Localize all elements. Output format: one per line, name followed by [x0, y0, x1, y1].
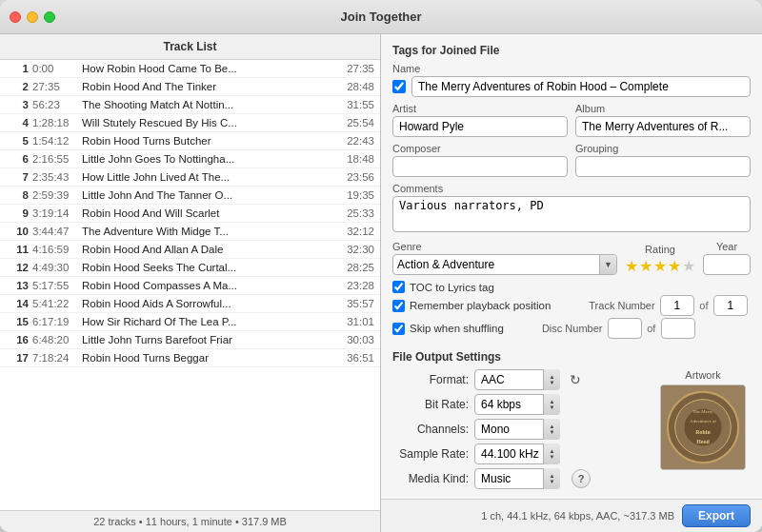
refresh-button[interactable]: ↻ — [570, 372, 581, 387]
main-window: Join Together Track List 1 0:00 How Robi… — [0, 0, 762, 532]
genre-select[interactable]: Action & Adventure — [393, 258, 616, 271]
of-label-1: of — [699, 300, 708, 311]
track-row[interactable]: 17 7:18:24 Robin Hood Turns Beggar 36:51 — [0, 349, 380, 367]
skip-checkbox[interactable] — [392, 323, 405, 335]
track-name: Robin Hood Aids A Sorrowful... — [82, 298, 332, 309]
disc-number-input[interactable] — [608, 318, 642, 339]
maximize-button[interactable] — [44, 11, 55, 23]
output-status: 1 ch, 44.1 kHz, 64 kbps, AAC, ~317.3 MB — [481, 510, 674, 522]
remember-checkbox[interactable] — [392, 300, 405, 312]
track-row[interactable]: 12 4:49:30 Robin Hood Seeks The Curtal..… — [0, 259, 380, 277]
track-row[interactable]: 9 3:19:14 Robin Hood And Will Scarlet 25… — [0, 205, 380, 223]
track-row[interactable]: 4 1:28:18 Will Stutely Rescued By His C.… — [0, 114, 380, 132]
track-row[interactable]: 14 5:41:22 Robin Hood Aids A Sorrowful..… — [0, 295, 380, 313]
track-number: 1 — [6, 63, 32, 74]
channels-select[interactable]: Mono — [474, 419, 560, 440]
grouping-input[interactable] — [575, 156, 751, 177]
track-duration: 31:55 — [332, 99, 374, 110]
bitrate-label: Bit Rate: — [392, 398, 469, 411]
track-row[interactable]: 3 56:23 The Shooting Match At Nottin... … — [0, 96, 380, 114]
artist-input[interactable] — [392, 116, 568, 137]
genre-dropdown[interactable]: Action & Adventure ▼ — [392, 254, 617, 275]
year-input[interactable] — [703, 254, 751, 275]
track-duration: 35:57 — [332, 298, 374, 309]
track-name: Robin Hood And Allan A Dale — [82, 244, 332, 255]
track-name: How Robin Hood Came To Be... — [82, 63, 332, 74]
track-of-input[interactable] — [713, 295, 748, 316]
track-list[interactable]: 1 0:00 How Robin Hood Came To Be... 27:3… — [0, 60, 380, 510]
tags-section-header: Tags for Joined File — [392, 44, 751, 57]
genre-field: Genre Action & Adventure ▼ — [392, 241, 617, 275]
track-row[interactable]: 15 6:17:19 How Sir Richard Of The Lea P.… — [0, 313, 380, 331]
track-name: Robin Hood Seeks The Curtal... — [82, 262, 332, 273]
star-3[interactable]: ★ — [653, 257, 667, 275]
name-input[interactable] — [411, 76, 751, 97]
track-name: Robin Hood Turns Butcher — [82, 135, 332, 147]
track-time: 2:16:55 — [32, 153, 82, 165]
bitrate-select[interactable]: 64 kbps — [474, 394, 560, 415]
star-4[interactable]: ★ — [668, 257, 681, 275]
rating-stars[interactable]: ★ ★ ★ ★ ★ — [625, 257, 695, 275]
close-button[interactable] — [10, 11, 21, 23]
disc-number-label: Disc Number — [542, 323, 603, 334]
remember-label: Remember playback position — [410, 300, 551, 311]
composer-input[interactable] — [392, 156, 568, 177]
track-time: 4:16:59 — [32, 244, 82, 255]
track-list-header: Track List — [0, 34, 380, 60]
artwork-box[interactable]: The Merry Adventures of Robin Hood — [660, 384, 746, 470]
track-number: 8 — [6, 189, 32, 201]
comments-field: Comments Various narrators, PD — [392, 183, 751, 235]
track-duration: 31:01 — [332, 316, 374, 327]
minimize-button[interactable] — [27, 11, 38, 23]
svg-text:Adventures of: Adventures of — [690, 419, 716, 424]
svg-text:The Merry: The Merry — [693, 409, 714, 414]
track-number: 13 — [6, 280, 32, 291]
track-row[interactable]: 16 6:48:20 Little John Turns Barefoot Fr… — [0, 331, 380, 349]
samplerate-select[interactable]: 44.100 kHz — [474, 443, 560, 464]
track-row[interactable]: 7 2:35:43 How Little John Lived At The..… — [0, 168, 380, 187]
track-row[interactable]: 5 1:54:12 Robin Hood Turns Butcher 22:43 — [0, 132, 380, 150]
track-duration: 25:33 — [332, 207, 374, 219]
track-panel: Track List 1 0:00 How Robin Hood Came To… — [0, 34, 381, 532]
track-number: 11 — [6, 244, 32, 255]
bitrate-row: Bit Rate: 64 kbps ▲ ▼ — [392, 394, 646, 415]
track-row[interactable]: 11 4:16:59 Robin Hood And Allan A Dale 3… — [0, 241, 380, 259]
disc-inline: Disc Number of — [542, 318, 695, 339]
name-checkbox[interactable] — [392, 80, 406, 93]
track-number: 5 — [6, 135, 32, 147]
track-name: The Adventure With Midge T... — [82, 226, 332, 237]
track-number: 10 — [6, 226, 32, 237]
comments-label: Comments — [392, 183, 751, 194]
titlebar: Join Together — [0, 0, 762, 34]
name-checkbox-wrap — [392, 80, 406, 93]
options-checkboxes: TOC to Lyrics tag Remember playback posi… — [392, 281, 751, 339]
help-button[interactable]: ? — [572, 469, 591, 488]
track-duration: 25:54 — [332, 117, 374, 128]
star-2[interactable]: ★ — [639, 257, 652, 275]
track-row[interactable]: 13 5:17:55 Robin Hood Compasses A Ma... … — [0, 277, 380, 295]
album-input[interactable] — [575, 116, 751, 137]
mediakind-select[interactable]: Music — [474, 468, 560, 489]
track-number: 15 — [6, 316, 32, 327]
track-time: 5:41:22 — [32, 298, 82, 309]
traffic-lights — [10, 11, 55, 23]
export-button[interactable]: Export — [682, 504, 751, 527]
comments-input[interactable]: Various narrators, PD — [392, 196, 751, 232]
track-number-label: Track Number — [589, 300, 654, 311]
svg-text:Robin: Robin — [695, 429, 711, 435]
track-number-input[interactable] — [660, 295, 694, 316]
star-5[interactable]: ★ — [682, 257, 695, 275]
channels-label: Channels: — [392, 423, 469, 436]
toc-checkbox[interactable] — [392, 281, 405, 293]
track-duration: 22:43 — [332, 135, 374, 147]
track-disc-inline: Track Number of — [589, 295, 748, 316]
track-row[interactable]: 2 27:35 Robin Hood And The Tinker 28:48 — [0, 78, 380, 96]
track-row[interactable]: 10 3:44:47 The Adventure With Midge T...… — [0, 223, 380, 241]
format-select[interactable]: AAC — [474, 369, 560, 390]
samplerate-row: Sample Rate: 44.100 kHz ▲ ▼ — [392, 443, 646, 464]
track-row[interactable]: 8 2:59:39 Little John And The Tanner O..… — [0, 187, 380, 205]
track-row[interactable]: 6 2:16:55 Little John Goes To Nottingha.… — [0, 150, 380, 168]
star-1[interactable]: ★ — [625, 257, 638, 275]
track-row[interactable]: 1 0:00 How Robin Hood Came To Be... 27:3… — [0, 60, 380, 78]
disc-of-input[interactable] — [661, 318, 695, 339]
